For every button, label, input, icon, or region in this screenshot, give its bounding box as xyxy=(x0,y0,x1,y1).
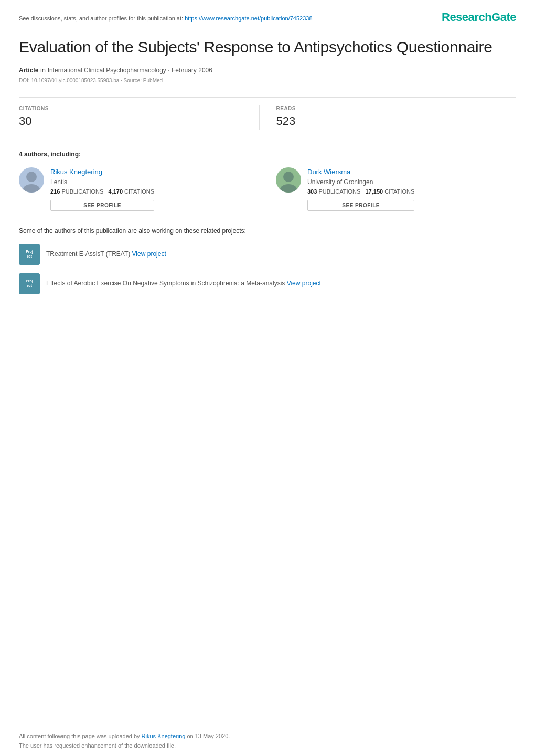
brand-name: ResearchGate xyxy=(442,10,516,24)
svg-text:Proj: Proj xyxy=(26,279,33,283)
svg-point-1 xyxy=(23,184,40,193)
project-text-aerobic: Effects of Aerobic Exercise On Negative … xyxy=(46,279,321,288)
see-profile-button-durk[interactable]: SEE PROFILE xyxy=(307,200,414,211)
authors-count: 4 xyxy=(19,151,23,158)
project-text-treat: TReatment E-AssisT (TREAT) View project xyxy=(46,250,166,259)
project-link-aerobic[interactable]: View project xyxy=(287,280,321,287)
authors-heading: 4 authors, including: xyxy=(19,150,516,159)
article-in: in xyxy=(40,66,46,74)
avatar-rikus xyxy=(19,167,44,193)
see-profile-button-rikus[interactable]: SEE PROFILE xyxy=(50,200,154,211)
svg-point-2 xyxy=(283,172,294,182)
citations-label: CITATIONS xyxy=(19,105,259,112)
article-meta: Article in International Clinical Psycho… xyxy=(19,66,516,75)
project-link-treat[interactable]: View project xyxy=(132,250,166,258)
page-title: Evaluation of the Subjects' Response to … xyxy=(19,37,516,57)
project-thumb-treat: Proj ect xyxy=(19,244,40,265)
project-label-treat: TReatment E-AssisT (TREAT) xyxy=(46,250,132,258)
avatar-durk xyxy=(276,167,301,193)
reads-label: READS xyxy=(276,105,517,112)
doi-line: DOI: 10.1097/01.yic.0000185023.55903.ba … xyxy=(19,77,516,84)
author-affiliation-rikus: Lentis xyxy=(50,178,154,187)
project-item-aerobic: Proj ect Effects of Aerobic Exercise On … xyxy=(19,273,516,294)
svg-point-3 xyxy=(280,184,297,193)
author-card-durk: Durk Wiersma University of Groningen 303… xyxy=(276,167,516,211)
svg-text:Proj: Proj xyxy=(26,250,33,254)
authors-heading-text: authors, including: xyxy=(24,151,81,158)
author-stats-rikus: 216 PUBLICATIONS 4,170 CITATIONS xyxy=(50,188,154,196)
author-name-durk[interactable]: Durk Wiersma xyxy=(307,167,414,177)
top-notice-prefix: See discussions, stats, and author profi… xyxy=(19,15,185,22)
author-stats-durk: 303 PUBLICATIONS 17,150 CITATIONS xyxy=(307,188,414,196)
top-notice-link[interactable]: https://www.researchgate.net/publication… xyxy=(185,15,312,22)
article-type: Article xyxy=(19,67,38,74)
citations-block: CITATIONS 30 xyxy=(19,105,259,130)
authors-grid: Rikus Knegtering Lentis 216 PUBLICATIONS… xyxy=(19,167,516,211)
author-name-rikus[interactable]: Rikus Knegtering xyxy=(50,167,154,177)
project-item-treat: Proj ect TReatment E-AssisT (TREAT) View… xyxy=(19,244,516,265)
reads-value: 523 xyxy=(276,113,517,130)
svg-point-0 xyxy=(26,172,37,182)
svg-text:ect: ect xyxy=(27,284,33,288)
author-affiliation-durk: University of Groningen xyxy=(307,178,414,187)
project-thumb-aerobic: Proj ect xyxy=(19,273,40,294)
reads-block: READS 523 xyxy=(259,105,517,130)
author-info-durk: Durk Wiersma University of Groningen 303… xyxy=(307,167,414,211)
stats-row: CITATIONS 30 READS 523 xyxy=(19,97,516,137)
svg-text:ect: ect xyxy=(27,254,33,258)
author-info-rikus: Rikus Knegtering Lentis 216 PUBLICATIONS… xyxy=(50,167,154,211)
related-projects-heading: Some of the authors of this publication … xyxy=(19,227,516,236)
article-journal: International Clinical Psychopharmacolog… xyxy=(48,67,212,74)
author-card-rikus: Rikus Knegtering Lentis 216 PUBLICATIONS… xyxy=(19,167,259,211)
citations-value: 30 xyxy=(19,113,259,130)
brand-logo: ResearchGate xyxy=(442,9,516,26)
project-label-aerobic: Effects of Aerobic Exercise On Negative … xyxy=(46,280,287,287)
